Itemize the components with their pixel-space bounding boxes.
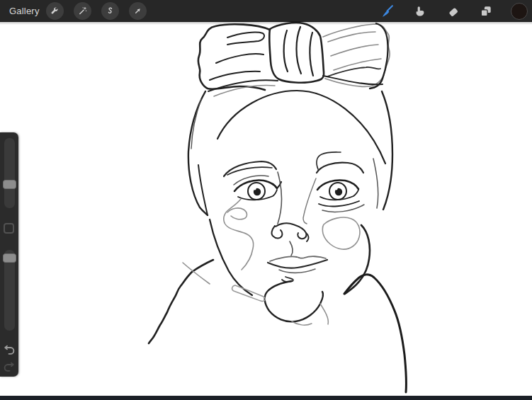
color-button[interactable] bbox=[510, 2, 528, 21]
color-swatch bbox=[510, 2, 528, 21]
opacity-handle[interactable] bbox=[3, 253, 16, 263]
brush-size-handle[interactable] bbox=[3, 180, 16, 189]
magic-wand-icon bbox=[77, 6, 88, 16]
paint-tool-button[interactable] bbox=[378, 2, 397, 21]
smudge-finger-icon bbox=[412, 4, 426, 18]
transform-arrow-icon bbox=[132, 6, 143, 16]
gallery-label: Gallery bbox=[9, 6, 40, 16]
gallery-button[interactable]: Gallery bbox=[9, 0, 40, 22]
brush-size-slider[interactable] bbox=[4, 138, 15, 208]
brush-sidebar bbox=[0, 132, 18, 377]
layers-button[interactable] bbox=[477, 2, 495, 21]
smudge-tool-button[interactable] bbox=[410, 2, 429, 21]
erase-tool-button[interactable] bbox=[444, 2, 463, 21]
undo-button[interactable] bbox=[2, 344, 16, 357]
modify-button[interactable] bbox=[4, 223, 14, 234]
adjustments-button[interactable] bbox=[74, 2, 91, 20]
layers-icon bbox=[479, 4, 493, 18]
procreate-app: Gallery bbox=[0, 0, 532, 400]
brush-icon bbox=[380, 4, 395, 19]
drawing-canvas[interactable] bbox=[0, 22, 532, 396]
toolbar-shadow bbox=[0, 22, 532, 25]
actions-button[interactable] bbox=[46, 2, 64, 20]
bottom-edge-bar bbox=[0, 396, 532, 400]
top-toolbar: Gallery bbox=[0, 0, 532, 22]
wrench-icon bbox=[50, 6, 60, 16]
redo-button[interactable] bbox=[2, 361, 16, 374]
transform-button[interactable] bbox=[129, 2, 147, 20]
redo-icon bbox=[2, 361, 16, 374]
eraser-icon bbox=[446, 4, 460, 18]
selection-button[interactable] bbox=[101, 2, 119, 20]
selection-s-icon bbox=[105, 6, 115, 16]
undo-icon bbox=[2, 344, 16, 357]
